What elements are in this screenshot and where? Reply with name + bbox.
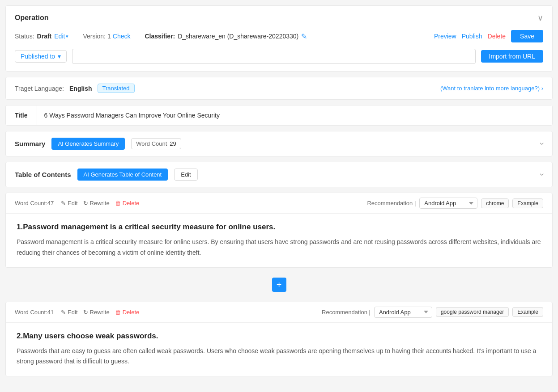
published-to-label: Published to [21, 53, 55, 60]
block2-body: Passwords that are easy to guess are oft… [17, 346, 541, 367]
status-edit-button[interactable]: Edit ▾ [54, 33, 68, 40]
ai-generates-toc-button[interactable]: AI Generates Table of Content [77, 169, 168, 181]
pencil-icon: ✎ [61, 200, 66, 207]
version-number: 1 [107, 33, 111, 40]
import-url-button[interactable]: Import from URL [481, 50, 543, 63]
title-section: Title [5, 105, 553, 126]
check-link[interactable]: Check [113, 33, 131, 40]
version-label: Version: [83, 33, 106, 40]
rewrite-icon: ↻ [83, 200, 88, 207]
block2-edit-button[interactable]: ✎ Edit [61, 309, 77, 316]
block1-example: Example [512, 198, 543, 208]
title-input[interactable] [37, 105, 552, 125]
block2-tag: google password manager [436, 307, 509, 317]
chevron-down-icon: ▾ [58, 53, 61, 60]
language-value: English [69, 85, 92, 92]
status-value: Draft [37, 33, 52, 40]
block1-heading: 1.Password management is a critical secu… [17, 223, 541, 232]
operation-title: Operation [15, 14, 49, 22]
toc-section: Table of Contents AI Generates Table of … [5, 162, 553, 187]
word-count-value: 29 [170, 140, 176, 147]
classifier-value: D_shareware_en (D_shareware-20220330) [178, 33, 298, 40]
block2-recommendation-label: Recommendation | [322, 309, 371, 316]
target-language-label: Traget Language: [15, 85, 64, 92]
toc-expand-icon[interactable]: › [537, 173, 547, 176]
summary-expand-icon[interactable]: › [537, 143, 547, 145]
more-language-link[interactable]: (Want to tranlate into more language?) › [440, 85, 543, 92]
chevron-down-icon: ▾ [66, 34, 68, 39]
block2-recommendation-select[interactable]: Android App [374, 307, 432, 318]
block2-example: Example [512, 307, 543, 317]
block2-rewrite-button[interactable]: ↻ Rewrite [83, 309, 110, 316]
status-label: Status: [15, 33, 34, 40]
add-content-block-button[interactable]: + [272, 278, 286, 292]
trash-icon: 🗑 [115, 309, 121, 316]
block1-word-count: Word Count:47 [15, 200, 54, 207]
ai-generates-summary-button[interactable]: AI Generates Summary [51, 138, 125, 150]
block2-delete-button[interactable]: 🗑 Delete [115, 309, 140, 316]
pencil-icon: ✎ [61, 309, 66, 316]
toc-title: Table of Contents [15, 171, 71, 178]
title-tab: Title [6, 105, 37, 125]
preview-button[interactable]: Preview [434, 33, 456, 40]
language-section: Traget Language: English Translated (Wan… [5, 77, 553, 100]
rewrite-icon: ↻ [83, 309, 88, 316]
block1-body: Password management is a critical securi… [17, 237, 541, 258]
word-count-group: Word Count 29 [131, 138, 181, 149]
collapse-icon[interactable]: ∨ [537, 13, 543, 23]
summary-section: Summary AI Generates Summary Word Count … [5, 131, 553, 156]
published-to-button[interactable]: Published to ▾ [15, 50, 67, 63]
content-block-1: Word Count:47 ✎ Edit ↻ Rewrite 🗑 Delete [5, 193, 553, 268]
word-count-label: Word Count [136, 140, 167, 147]
block2-heading: 2.Many users choose weak passwords. [17, 332, 541, 341]
trash-icon: 🗑 [115, 200, 121, 207]
block1-edit-button[interactable]: ✎ Edit [61, 200, 77, 207]
toc-edit-button[interactable]: Edit [174, 169, 197, 181]
summary-title: Summary [15, 140, 45, 148]
publish-button[interactable]: Publish [462, 33, 482, 40]
classifier-label: Classifier: [145, 33, 175, 40]
add-row: + [0, 273, 558, 296]
block1-delete-button[interactable]: 🗑 Delete [115, 200, 140, 207]
url-input[interactable] [72, 49, 475, 64]
delete-button[interactable]: Delete [488, 33, 506, 40]
save-button[interactable]: Save [511, 30, 543, 42]
translated-badge: Translated [98, 84, 135, 93]
classifier-edit-button[interactable]: ✎ [301, 32, 307, 41]
block1-rewrite-button[interactable]: ↻ Rewrite [83, 200, 110, 207]
block1-recommendation-label: Recommendation | [367, 200, 416, 207]
block2-word-count: Word Count:41 [15, 309, 54, 316]
content-block-2: Word Count:41 ✎ Edit ↻ Rewrite 🗑 Delete [5, 302, 553, 377]
block1-tag: chrome [481, 198, 509, 208]
block1-recommendation-select[interactable]: Android App [419, 198, 477, 209]
